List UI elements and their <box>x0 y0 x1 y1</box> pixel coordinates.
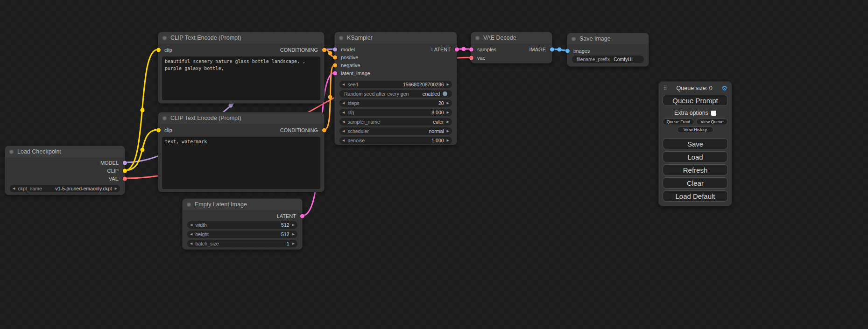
input-port-samples[interactable] <box>469 48 473 52</box>
arrow-left-icon[interactable]: ◀ <box>339 129 347 133</box>
output-label-model: MODEL <box>100 160 119 166</box>
output-port-conditioning[interactable] <box>322 48 326 52</box>
arrow-left-icon[interactable]: ◀ <box>10 187 18 190</box>
load-button[interactable]: Load <box>663 151 728 162</box>
extra-options-checkbox[interactable] <box>711 111 716 116</box>
clear-button[interactable]: Clear <box>663 177 728 189</box>
widget-width[interactable]: ◀ width 512 ▶ <box>187 221 297 229</box>
widget-label: filename_prefix <box>577 56 610 62</box>
node-save-image[interactable]: Save Image images filename_prefix ComfyU… <box>567 33 649 67</box>
input-port-clip[interactable] <box>156 48 161 52</box>
arrow-right-icon[interactable]: ▶ <box>444 101 452 105</box>
arrow-right-icon[interactable]: ▶ <box>444 111 452 114</box>
collapse-dot[interactable] <box>162 116 167 120</box>
view-queue-button[interactable]: View Queue <box>696 119 728 125</box>
output-port-clip[interactable] <box>123 168 127 173</box>
load-default-button[interactable]: Load Default <box>663 190 728 202</box>
arrow-right-icon[interactable]: ▶ <box>112 187 120 190</box>
node-title: Empty Latent Image <box>195 201 247 208</box>
widget-value: euler <box>433 119 444 125</box>
arrow-right-icon[interactable]: ▶ <box>289 232 297 236</box>
widget-steps[interactable]: ◀ steps 20 ▶ <box>339 99 452 107</box>
input-port-negative[interactable] <box>333 63 337 67</box>
input-port-clip[interactable] <box>156 128 161 133</box>
arrow-right-icon[interactable]: ▶ <box>444 129 452 133</box>
arrow-left-icon[interactable]: ◀ <box>187 242 195 245</box>
widget-label: sampler_name <box>347 119 380 125</box>
widget-batch-size[interactable]: ◀ batch_size 1 ▶ <box>187 240 297 247</box>
arrow-right-icon[interactable]: ▶ <box>289 242 297 245</box>
widget-random-seed-toggle[interactable]: Random seed after every gen enabled <box>339 90 452 98</box>
output-port-image[interactable] <box>550 48 554 52</box>
node-empty-latent-image[interactable]: Empty Latent Image LATENT ◀ width 512 ▶ … <box>182 198 303 250</box>
arrow-left-icon[interactable]: ◀ <box>187 232 195 236</box>
comfy-menu-panel[interactable]: ⠿ Queue size: 0 ⚙ Queue Prompt Extra opt… <box>658 81 732 206</box>
arrow-right-icon[interactable]: ▶ <box>444 120 452 124</box>
input-port-images[interactable] <box>565 49 570 53</box>
node-vae-decode[interactable]: VAE Decode samples IMAGE vae <box>471 32 552 63</box>
output-port-vae[interactable] <box>123 176 127 181</box>
node-title: Save Image <box>579 35 611 42</box>
widget-sampler-name[interactable]: ◀ sampler_name euler ▶ <box>339 118 452 126</box>
collapse-dot[interactable] <box>339 36 343 40</box>
widget-label: steps <box>347 100 359 106</box>
collapse-dot[interactable] <box>475 36 480 40</box>
input-port-latent-image[interactable] <box>333 71 337 75</box>
widget-label: denoise <box>347 138 365 143</box>
node-header[interactable]: Save Image <box>567 33 649 44</box>
input-port-model[interactable] <box>333 47 337 51</box>
node-ksampler[interactable]: KSampler model LATENT positive negative … <box>334 32 457 145</box>
widget-cfg[interactable]: ◀ cfg 8.000 ▶ <box>339 109 452 116</box>
output-port-latent[interactable] <box>300 214 304 218</box>
node-title: KSampler <box>347 35 373 41</box>
node-header[interactable]: VAE Decode <box>471 32 552 43</box>
widget-filename-prefix[interactable]: filename_prefix ComfyUI <box>572 56 644 63</box>
arrow-right-icon[interactable]: ▶ <box>289 223 297 227</box>
input-port-vae[interactable] <box>469 56 473 60</box>
node-header[interactable]: KSampler <box>335 32 457 43</box>
queue-prompt-button[interactable]: Queue Prompt <box>663 95 728 106</box>
widget-value: 512 <box>281 222 289 228</box>
prompt-textarea[interactable]: text, watermark <box>162 137 320 189</box>
node-header[interactable]: CLIP Text Encode (Prompt) <box>158 112 324 124</box>
arrow-left-icon[interactable]: ◀ <box>339 101 347 105</box>
widget-scheduler[interactable]: ◀ scheduler normal ▶ <box>339 127 452 135</box>
settings-gear-icon[interactable]: ⚙ <box>721 84 727 92</box>
link-midpoint-dot <box>141 148 145 152</box>
node-load-checkpoint[interactable]: Load Checkpoint MODEL CLIP VAE ◀ ckpt_na… <box>5 146 125 195</box>
arrow-left-icon[interactable]: ◀ <box>187 223 195 227</box>
widget-height[interactable]: ◀ height 512 ▶ <box>187 231 297 238</box>
output-port-latent[interactable] <box>455 47 459 51</box>
save-button[interactable]: Save <box>663 138 728 149</box>
view-history-button[interactable]: View History <box>677 126 713 133</box>
toggle-indicator[interactable] <box>443 91 447 96</box>
output-port-conditioning[interactable] <box>322 128 326 133</box>
arrow-left-icon[interactable]: ◀ <box>339 139 347 142</box>
input-port-positive[interactable] <box>333 55 337 59</box>
output-port-model[interactable] <box>123 161 127 165</box>
prompt-textarea[interactable]: beautiful scenery nature glass bottle la… <box>162 56 320 100</box>
collapse-dot[interactable] <box>572 37 576 41</box>
queue-front-button[interactable]: Queue Front <box>663 119 694 125</box>
node-header[interactable]: CLIP Text Encode (Prompt) <box>158 32 324 43</box>
input-label-images: images <box>573 48 590 54</box>
collapse-dot[interactable] <box>187 203 191 207</box>
collapse-dot[interactable] <box>9 150 14 154</box>
widget-denoise[interactable]: ◀ denoise 1.000 ▶ <box>339 137 452 144</box>
refresh-button[interactable]: Refresh <box>663 164 728 175</box>
arrow-right-icon[interactable]: ▶ <box>444 83 452 86</box>
widget-value: 156680208700286 <box>403 82 444 87</box>
drag-handle-icon[interactable]: ⠿ <box>663 85 667 91</box>
arrow-left-icon[interactable]: ◀ <box>339 120 347 124</box>
arrow-left-icon[interactable]: ◀ <box>339 111 347 114</box>
collapse-dot[interactable] <box>162 36 167 40</box>
node-clip-text-encode-positive[interactable]: CLIP Text Encode (Prompt) clip CONDITION… <box>158 32 325 104</box>
arrow-right-icon[interactable]: ▶ <box>444 139 452 142</box>
widget-seed[interactable]: ◀ seed 156680208700286 ▶ <box>339 81 452 88</box>
node-header[interactable]: Load Checkpoint <box>5 146 125 157</box>
widget-value: v1-5-pruned-emaonly.ckpt <box>55 186 112 191</box>
node-clip-text-encode-negative[interactable]: CLIP Text Encode (Prompt) clip CONDITION… <box>158 112 325 192</box>
widget-ckpt-name[interactable]: ◀ ckpt_name v1-5-pruned-emaonly.ckpt ▶ <box>10 185 120 192</box>
arrow-left-icon[interactable]: ◀ <box>339 83 347 86</box>
node-header[interactable]: Empty Latent Image <box>183 199 302 210</box>
